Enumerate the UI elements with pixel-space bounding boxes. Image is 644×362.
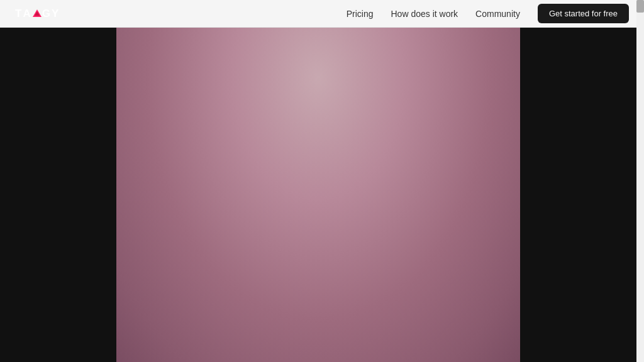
right-panel: [520, 28, 636, 362]
scrollbar-track[interactable]: [636, 0, 644, 362]
logo[interactable]: T A G Y: [15, 8, 60, 20]
logo-letter-g1: G: [42, 8, 52, 20]
get-started-button[interactable]: Get started for free: [538, 4, 629, 23]
scrollbar-thumb[interactable]: [636, 0, 644, 13]
navbar: T A G Y Pricing How does it work Communi…: [0, 0, 644, 28]
left-panel: [0, 28, 116, 362]
hero-block: [116, 28, 520, 362]
logo-triangle-icon: [33, 9, 42, 17]
logo-letter-g2: Y: [52, 8, 60, 20]
logo-letter-t: T: [15, 8, 23, 20]
nav-link-pricing[interactable]: Pricing: [347, 9, 374, 19]
nav-links: Pricing How does it work Community Get s…: [347, 4, 629, 23]
nav-link-how-it-works[interactable]: How does it work: [391, 9, 458, 19]
main-content: [0, 28, 636, 362]
nav-link-community[interactable]: Community: [475, 9, 520, 19]
logo-wordmark: T A G Y: [15, 8, 60, 20]
logo-letter-a: A: [23, 8, 31, 20]
